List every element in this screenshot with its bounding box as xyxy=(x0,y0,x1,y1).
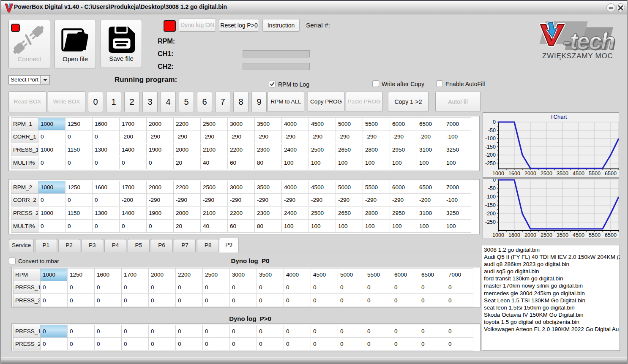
svg-text:6500: 6500 xyxy=(605,232,617,238)
svg-text:2500: 2500 xyxy=(541,171,552,177)
svg-text:4500: 4500 xyxy=(573,171,584,177)
svg-text:2500: 2500 xyxy=(541,232,552,238)
svg-text:TChart: TChart xyxy=(550,114,567,120)
svg-text:1600: 1600 xyxy=(508,232,520,238)
svg-text:1600: 1600 xyxy=(508,171,520,177)
svg-text:-50: -50 xyxy=(488,128,496,133)
svg-text:0: 0 xyxy=(493,179,496,183)
svg-text:3500: 3500 xyxy=(557,232,568,238)
svg-text:0: 0 xyxy=(493,119,496,125)
svg-text:-150: -150 xyxy=(485,202,496,208)
svg-text:-250: -250 xyxy=(485,219,496,225)
svg-text:-50: -50 xyxy=(488,185,496,191)
svg-text:5500: 5500 xyxy=(589,232,601,238)
svg-text:ZWIĘKSZAMY MOC: ZWIĘKSZAMY MOC xyxy=(542,52,613,60)
svg-text:-tech: -tech xyxy=(563,27,614,54)
svg-text:1000: 1000 xyxy=(492,171,504,177)
svg-text:2000: 2000 xyxy=(524,171,536,177)
svg-text:2000: 2000 xyxy=(524,232,536,238)
svg-text:-200: -200 xyxy=(485,211,496,217)
svg-text:-100: -100 xyxy=(485,136,496,141)
svg-text:-100: -100 xyxy=(485,194,496,200)
svg-text:-250: -250 xyxy=(485,160,496,166)
svg-text:3500: 3500 xyxy=(557,171,568,177)
svg-text:5500: 5500 xyxy=(589,171,601,177)
svg-text:-200: -200 xyxy=(485,152,496,158)
svg-text:6500: 6500 xyxy=(605,171,617,177)
svg-text:1000: 1000 xyxy=(492,232,504,238)
svg-text:4500: 4500 xyxy=(573,232,584,238)
svg-text:-150: -150 xyxy=(485,144,496,150)
